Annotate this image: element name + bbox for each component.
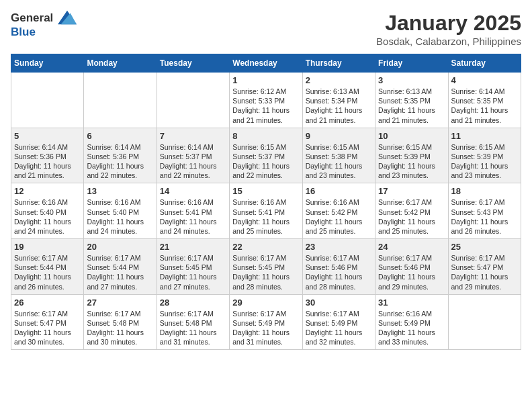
cell-info-text: Sunrise: 6:17 AMSunset: 5:47 PMDaylight:… — [451, 253, 518, 291]
cell-info-text: Sunrise: 6:12 AMSunset: 5:33 PMDaylight:… — [232, 87, 299, 125]
calendar-cell: 5Sunrise: 6:14 AMSunset: 5:36 PMDaylight… — [11, 128, 84, 183]
cell-info-text: Sunrise: 6:16 AMSunset: 5:42 PMDaylight:… — [306, 197, 372, 236]
cell-date-number: 1 — [232, 75, 299, 85]
weekday-header: Monday — [84, 54, 157, 73]
cell-info-text: Sunrise: 6:17 AMSunset: 5:49 PMDaylight:… — [232, 309, 299, 347]
cell-date-number: 23 — [306, 242, 372, 252]
cell-date-number: 2 — [306, 75, 372, 85]
cell-info-text: Sunrise: 6:17 AMSunset: 5:45 PMDaylight:… — [160, 253, 226, 291]
cell-date-number: 10 — [378, 131, 445, 141]
calendar-cell: 27Sunrise: 6:17 AMSunset: 5:48 PMDayligh… — [84, 294, 157, 350]
calendar-week-row: 5Sunrise: 6:14 AMSunset: 5:36 PMDaylight… — [11, 128, 521, 183]
calendar-week-row: 1Sunrise: 6:12 AMSunset: 5:33 PMDaylight… — [11, 73, 521, 128]
cell-date-number: 9 — [306, 131, 372, 141]
calendar-cell: 29Sunrise: 6:17 AMSunset: 5:49 PMDayligh… — [230, 294, 302, 350]
calendar-cell: 30Sunrise: 6:17 AMSunset: 5:49 PMDayligh… — [302, 294, 375, 350]
cell-info-text: Sunrise: 6:16 AMSunset: 5:41 PMDaylight:… — [232, 197, 299, 236]
cell-date-number: 13 — [87, 186, 153, 196]
cell-date-number: 25 — [451, 242, 518, 252]
calendar-cell: 15Sunrise: 6:16 AMSunset: 5:41 PMDayligh… — [230, 183, 302, 239]
cell-date-number: 17 — [378, 186, 445, 196]
calendar-cell: 7Sunrise: 6:14 AMSunset: 5:37 PMDaylight… — [157, 128, 229, 183]
cell-info-text: Sunrise: 6:17 AMSunset: 5:48 PMDaylight:… — [87, 309, 153, 347]
calendar-title: January 2025 — [376, 11, 521, 36]
page-header: General Blue January 2025 Bosdak, Calaba… — [11, 11, 521, 47]
cell-date-number: 12 — [14, 186, 81, 196]
calendar-cell — [157, 73, 229, 128]
calendar-subtitle: Bosdak, Calabarzon, Philippines — [376, 36, 521, 47]
cell-date-number: 11 — [451, 131, 518, 141]
calendar-table: SundayMondayTuesdayWednesdayThursdayFrid… — [11, 54, 521, 350]
cell-date-number: 27 — [87, 298, 153, 308]
calendar-cell: 10Sunrise: 6:15 AMSunset: 5:39 PMDayligh… — [375, 128, 448, 183]
cell-date-number: 19 — [14, 242, 81, 252]
weekday-header: Saturday — [448, 54, 521, 73]
cell-date-number: 29 — [232, 298, 299, 308]
cell-date-number: 20 — [87, 242, 153, 252]
calendar-cell: 6Sunrise: 6:14 AMSunset: 5:36 PMDaylight… — [84, 128, 157, 183]
cell-info-text: Sunrise: 6:17 AMSunset: 5:45 PMDaylight:… — [232, 253, 299, 291]
calendar-cell: 11Sunrise: 6:15 AMSunset: 5:39 PMDayligh… — [448, 128, 521, 183]
calendar-cell: 23Sunrise: 6:17 AMSunset: 5:46 PMDayligh… — [302, 239, 375, 295]
calendar-cell: 17Sunrise: 6:17 AMSunset: 5:42 PMDayligh… — [375, 183, 448, 239]
cell-info-text: Sunrise: 6:17 AMSunset: 5:43 PMDaylight:… — [451, 197, 518, 236]
logo-blue: Blue — [11, 26, 77, 39]
cell-info-text: Sunrise: 6:16 AMSunset: 5:41 PMDaylight:… — [160, 197, 226, 236]
calendar-cell: 26Sunrise: 6:17 AMSunset: 5:47 PMDayligh… — [11, 294, 84, 350]
weekday-header: Sunday — [11, 54, 84, 73]
weekday-header: Wednesday — [230, 54, 302, 73]
cell-info-text: Sunrise: 6:14 AMSunset: 5:36 PMDaylight:… — [87, 142, 153, 181]
calendar-cell: 2Sunrise: 6:13 AMSunset: 5:34 PMDaylight… — [302, 73, 375, 128]
cell-date-number: 24 — [378, 242, 445, 252]
cell-info-text: Sunrise: 6:15 AMSunset: 5:37 PMDaylight:… — [232, 142, 299, 181]
cell-date-number: 14 — [160, 186, 226, 196]
cell-info-text: Sunrise: 6:16 AMSunset: 5:40 PMDaylight:… — [87, 197, 153, 236]
calendar-cell: 9Sunrise: 6:15 AMSunset: 5:38 PMDaylight… — [302, 128, 375, 183]
cell-date-number: 4 — [451, 75, 518, 85]
cell-date-number: 6 — [87, 131, 153, 141]
calendar-cell: 14Sunrise: 6:16 AMSunset: 5:41 PMDayligh… — [157, 183, 229, 239]
cell-date-number: 8 — [232, 131, 299, 141]
cell-date-number: 30 — [306, 298, 372, 308]
calendar-cell: 16Sunrise: 6:16 AMSunset: 5:42 PMDayligh… — [302, 183, 375, 239]
weekday-header: Tuesday — [157, 54, 229, 73]
calendar-week-row: 19Sunrise: 6:17 AMSunset: 5:44 PMDayligh… — [11, 239, 521, 295]
cell-info-text: Sunrise: 6:14 AMSunset: 5:35 PMDaylight:… — [451, 87, 518, 125]
cell-info-text: Sunrise: 6:17 AMSunset: 5:44 PMDaylight:… — [14, 253, 81, 291]
calendar-cell: 20Sunrise: 6:17 AMSunset: 5:44 PMDayligh… — [84, 239, 157, 295]
calendar-cell: 22Sunrise: 6:17 AMSunset: 5:45 PMDayligh… — [230, 239, 302, 295]
cell-info-text: Sunrise: 6:17 AMSunset: 5:47 PMDaylight:… — [14, 309, 81, 347]
logo: General Blue — [11, 11, 77, 39]
calendar-cell — [11, 73, 84, 128]
cell-info-text: Sunrise: 6:17 AMSunset: 5:44 PMDaylight:… — [87, 253, 153, 291]
cell-info-text: Sunrise: 6:13 AMSunset: 5:35 PMDaylight:… — [378, 87, 445, 125]
calendar-header-row: SundayMondayTuesdayWednesdayThursdayFrid… — [11, 54, 521, 73]
cell-info-text: Sunrise: 6:16 AMSunset: 5:40 PMDaylight:… — [14, 197, 81, 236]
calendar-week-row: 12Sunrise: 6:16 AMSunset: 5:40 PMDayligh… — [11, 183, 521, 239]
cell-date-number: 18 — [451, 186, 518, 196]
cell-date-number: 7 — [160, 131, 226, 141]
cell-info-text: Sunrise: 6:15 AMSunset: 5:39 PMDaylight:… — [378, 142, 445, 181]
title-block: January 2025 Bosdak, Calabarzon, Philipp… — [376, 11, 521, 47]
weekday-header: Friday — [375, 54, 448, 73]
calendar-cell: 8Sunrise: 6:15 AMSunset: 5:37 PMDaylight… — [230, 128, 302, 183]
cell-info-text: Sunrise: 6:14 AMSunset: 5:37 PMDaylight:… — [160, 142, 226, 181]
cell-date-number: 26 — [14, 298, 81, 308]
cell-info-text: Sunrise: 6:17 AMSunset: 5:46 PMDaylight:… — [306, 253, 372, 291]
weekday-header: Thursday — [302, 54, 375, 73]
calendar-cell: 13Sunrise: 6:16 AMSunset: 5:40 PMDayligh… — [84, 183, 157, 239]
calendar-cell — [84, 73, 157, 128]
calendar-cell: 21Sunrise: 6:17 AMSunset: 5:45 PMDayligh… — [157, 239, 229, 295]
calendar-cell: 12Sunrise: 6:16 AMSunset: 5:40 PMDayligh… — [11, 183, 84, 239]
cell-info-text: Sunrise: 6:15 AMSunset: 5:39 PMDaylight:… — [451, 142, 518, 181]
cell-info-text: Sunrise: 6:16 AMSunset: 5:49 PMDaylight:… — [378, 309, 445, 347]
calendar-cell: 31Sunrise: 6:16 AMSunset: 5:49 PMDayligh… — [375, 294, 448, 350]
cell-info-text: Sunrise: 6:13 AMSunset: 5:34 PMDaylight:… — [306, 87, 372, 125]
cell-date-number: 15 — [232, 186, 299, 196]
cell-date-number: 21 — [160, 242, 226, 252]
calendar-cell: 4Sunrise: 6:14 AMSunset: 5:35 PMDaylight… — [448, 73, 521, 128]
cell-info-text: Sunrise: 6:17 AMSunset: 5:49 PMDaylight:… — [306, 309, 372, 347]
cell-info-text: Sunrise: 6:17 AMSunset: 5:42 PMDaylight:… — [378, 197, 445, 236]
calendar-cell: 24Sunrise: 6:17 AMSunset: 5:46 PMDayligh… — [375, 239, 448, 295]
calendar-cell: 3Sunrise: 6:13 AMSunset: 5:35 PMDaylight… — [375, 73, 448, 128]
